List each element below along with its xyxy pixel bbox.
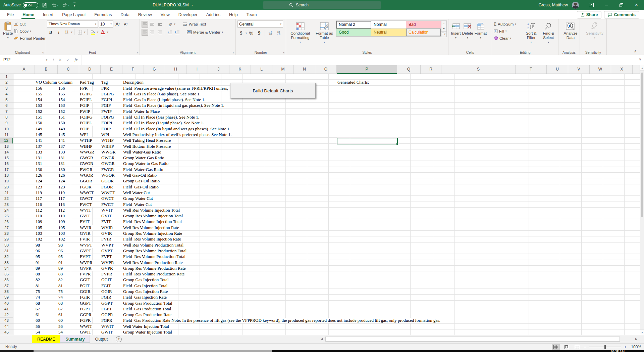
- vo-column-cell[interactable]: 109: [35, 219, 43, 224]
- row-header[interactable]: 12: [0, 138, 13, 143]
- format-cells-button[interactable]: Format▾: [474, 20, 488, 41]
- row-header[interactable]: 36: [0, 277, 13, 283]
- merge-center-button[interactable]: Merge & Center▾: [187, 29, 223, 36]
- row-header[interactable]: 23: [0, 202, 13, 208]
- tag-cell[interactable]: FGOR: [101, 184, 114, 190]
- row-header[interactable]: 44: [0, 324, 13, 329]
- new-sheet-button[interactable]: +: [113, 335, 124, 343]
- pad-tag-cell[interactable]: GGPR: [79, 312, 93, 317]
- column-cell[interactable]: 91: [58, 260, 64, 265]
- pad-tag-cell[interactable]: GVPR: [79, 266, 93, 271]
- fill-color-icon[interactable]: [89, 29, 97, 36]
- column-header[interactable]: L: [251, 65, 272, 74]
- sheet-tab[interactable]: README: [32, 335, 60, 343]
- insert-function-icon[interactable]: fx: [74, 57, 77, 62]
- row-header[interactable]: 20: [0, 184, 13, 190]
- table-row[interactable]: 119 119 WWCT WWCT Well Water Cut: [13, 190, 640, 196]
- column-cell[interactable]: 137: [58, 144, 66, 149]
- ribbon-tab[interactable]: File: [3, 10, 18, 19]
- pad-tag-cell[interactable]: WGOR: [79, 173, 94, 178]
- ribbon-tab[interactable]: Help: [225, 10, 242, 19]
- table-row[interactable]: 61 61 GGPR GGPR Group Gas Production Rat…: [13, 312, 640, 318]
- vo-column-cell[interactable]: 131: [35, 155, 43, 161]
- zoom-level[interactable]: 100%: [629, 345, 641, 349]
- pad-tag-cell[interactable]: FVPR: [79, 271, 92, 277]
- table-row[interactable]: 150 150 FOIPL FOIPL Field Oil In Place (…: [13, 120, 640, 126]
- tag-cell[interactable]: GGIT: [101, 277, 113, 282]
- vo-column-cell[interactable]: 91: [35, 260, 41, 265]
- description-cell[interactable]: Field Water In Place: [122, 109, 161, 114]
- vo-column-cell[interactable]: 151: [35, 115, 43, 120]
- column-cell[interactable]: 155: [58, 91, 66, 97]
- column-cell[interactable]: 102: [58, 236, 66, 242]
- tag-cell[interactable]: FGIR: [101, 295, 112, 300]
- row-header[interactable]: 11: [0, 132, 13, 138]
- description-cell[interactable]: Field Gas In Place (Gas phase). See Note…: [122, 91, 202, 97]
- table-row[interactable]: 153 153 FGIP FGIP Field Gas In Place (in…: [13, 103, 640, 108]
- pad-tag-cell[interactable]: FWGR: [79, 167, 94, 172]
- column-header[interactable]: J: [208, 65, 229, 74]
- vo-column-cell[interactable]: 81: [35, 283, 41, 289]
- table-row[interactable]: 110 110 GVIT GVIT Group Res Volume Injec…: [13, 213, 640, 219]
- ribbon-tab[interactable]: Team: [242, 10, 261, 19]
- tag-cell[interactable]: FGIT: [101, 283, 112, 289]
- scroll-down-icon[interactable]: ▼: [640, 329, 644, 335]
- table-row[interactable]: 98 98 WVPT WVPT Well Res Volume Producti…: [13, 243, 640, 248]
- row-header[interactable]: 22: [0, 196, 13, 202]
- pad-tag-cell[interactable]: WVIR: [79, 225, 93, 230]
- vo-column-cell[interactable]: 153: [35, 103, 43, 108]
- top-align-icon[interactable]: [142, 21, 148, 28]
- description-cell[interactable]: Field Gas Production Total: [122, 306, 172, 312]
- gallery-more-icon[interactable]: ▔▼: [441, 32, 446, 37]
- table-row[interactable]: 112 112 WVIT WVIT Well Res Volume Inject…: [13, 208, 640, 213]
- column-cell[interactable]: 81: [58, 283, 64, 289]
- table-row[interactable]: 82 82 GGIT GGIT Group Gas Injection Tota…: [13, 277, 640, 283]
- vo-column-cell[interactable]: 150: [35, 120, 43, 126]
- tag-cell[interactable]: FVPT: [101, 254, 113, 259]
- pad-tag-cell[interactable]: FGIPL: [79, 97, 93, 102]
- column-cell[interactable]: 141: [58, 138, 66, 143]
- table-row[interactable]: 131 131 GWGR GWGR Group Water to Gas Rat…: [13, 161, 640, 167]
- tag-cell[interactable]: WVPT: [101, 243, 115, 248]
- column-cell[interactable]: 96: [58, 248, 64, 254]
- column-cell[interactable]: 117: [58, 196, 66, 201]
- column-header[interactable]: W: [590, 65, 611, 74]
- pad-tag-cell[interactable]: FGIPG: [79, 91, 94, 97]
- description-cell[interactable]: Field Gas Injection Rate: [122, 295, 168, 300]
- column-cell[interactable]: 156: [58, 86, 66, 91]
- row-header[interactable]: 18: [0, 173, 13, 178]
- sort-filter-button[interactable]: AZ Sort & Filter▾: [523, 20, 540, 45]
- table-row[interactable]: 91 91 WVPR WVPR Well Res Volume Producti…: [13, 260, 640, 266]
- middle-align-icon[interactable]: [149, 21, 156, 28]
- row-header[interactable]: 32: [0, 254, 13, 260]
- description-cell[interactable]: Field Res Volume Production Total: [122, 254, 186, 259]
- column-cell[interactable]: 123: [58, 184, 66, 190]
- description-cell[interactable]: Well Water Injection Total: [122, 324, 170, 329]
- clipboard-dialog-launcher-icon[interactable]: ↘: [42, 51, 44, 54]
- tag-cell[interactable]: FPR: [101, 86, 110, 91]
- header-column[interactable]: Column: [58, 80, 73, 85]
- pad-tag-cell[interactable]: FWIP: [79, 109, 91, 114]
- column-header[interactable]: O: [315, 65, 337, 74]
- tag-cell[interactable]: WVIT: [101, 208, 114, 213]
- vo-column-cell[interactable]: 74: [35, 295, 41, 300]
- vertical-scroll-thumb[interactable]: [641, 73, 643, 217]
- description-cell[interactable]: Well Res Volume Production Rate: [122, 260, 184, 265]
- borders-icon[interactable]: [76, 29, 84, 36]
- tag-cell[interactable]: FGPT: [101, 306, 113, 312]
- description-cell[interactable]: Field Water-Gas Ratio: [122, 167, 164, 172]
- row-header[interactable]: 39: [0, 295, 13, 300]
- cell-style-option[interactable]: Normal 2: [336, 21, 371, 29]
- row-header[interactable]: 5: [0, 97, 13, 103]
- column-header[interactable]: K: [229, 65, 251, 74]
- row-header[interactable]: 38: [0, 289, 13, 295]
- column-cell[interactable]: 116: [58, 202, 66, 207]
- analyze-data-button[interactable]: Analyze Data: [560, 20, 581, 41]
- header-pad-tag[interactable]: Pad Tag: [79, 80, 95, 85]
- row-header[interactable]: 17: [0, 167, 13, 173]
- vo-column-cell[interactable]: 116: [35, 202, 43, 207]
- column-cell[interactable]: 126: [58, 173, 66, 178]
- copy-button[interactable]: Copy▾: [14, 28, 45, 35]
- align-center-icon[interactable]: [149, 29, 156, 36]
- tag-cell[interactable]: GVIR: [101, 231, 113, 236]
